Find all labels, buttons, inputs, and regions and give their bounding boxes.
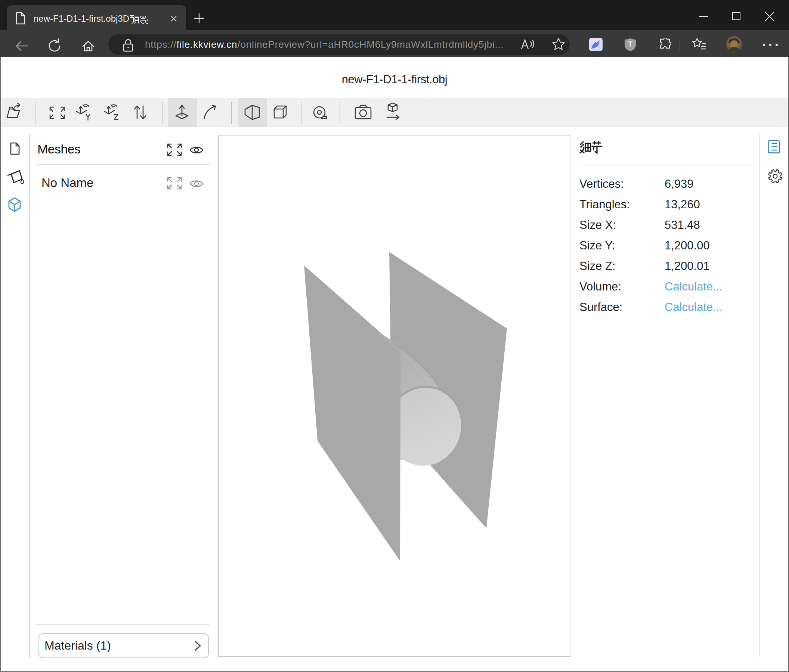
svg-text:T: T (628, 40, 632, 48)
